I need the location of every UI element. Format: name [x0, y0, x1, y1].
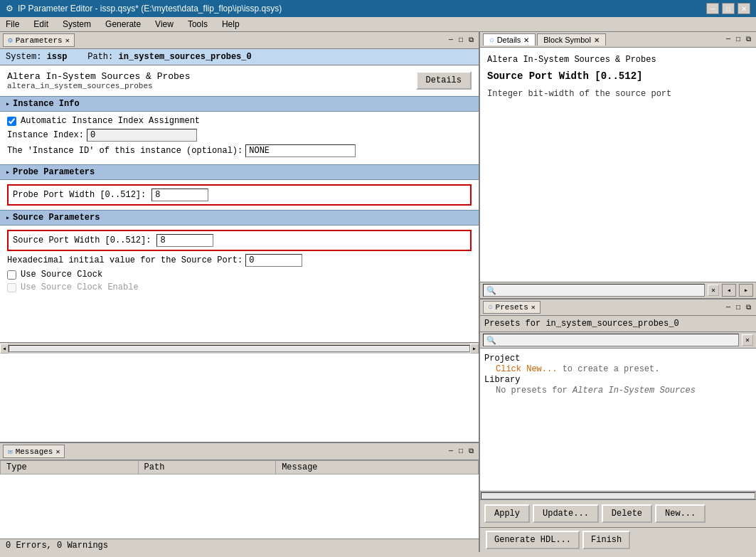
auto-index-row: Automatic Instance Index Assignment [7, 116, 472, 126]
details-subtitle: Source Port Width [0..512] [487, 70, 749, 82]
project-node: Project [484, 353, 752, 364]
source-width-input[interactable] [156, 234, 213, 247]
presets-for-label: Presets for in_system_sources_probes_0 [480, 316, 756, 332]
menu-generate[interactable]: Generate [102, 18, 144, 30]
menu-tools[interactable]: Tools [185, 18, 211, 30]
messages-table: Type Path Message [0, 460, 479, 474]
instance-index-row: Instance Index: [7, 129, 472, 142]
click-new-text: Click New... [496, 364, 557, 374]
instance-id-row: The 'Instance ID' of this instance (opti… [7, 144, 472, 157]
source-params-label: Source Parameters [13, 213, 100, 223]
close-button[interactable]: ✕ [738, 3, 750, 14]
restore-panel-button[interactable]: ⧉ [467, 36, 476, 44]
presets-tab[interactable]: ○ Presets ✕ [483, 301, 541, 314]
menu-help[interactable]: Help [219, 18, 243, 30]
probe-params-form: Probe Port Width [0..512]: [0, 180, 479, 210]
hex-input[interactable] [245, 254, 302, 267]
component-id: altera_in_system_sources_probes [7, 82, 416, 90]
details-search-input[interactable] [496, 285, 701, 295]
use-source-clock-enable-checkbox[interactable] [7, 283, 16, 292]
block-symbol-tab[interactable]: Block Symbol ✕ [537, 33, 606, 46]
status-bar: 0 Errors, 0 Warnings [0, 539, 479, 552]
minimize-button[interactable]: ─ [706, 3, 719, 14]
details-panel-maximize-btn[interactable]: □ [734, 36, 742, 43]
main-container: ⚙ Parameters ✕ ─ □ ⧉ System: issp Path: … [0, 32, 756, 552]
no-presets-prefix: No presets for [496, 386, 573, 396]
probe-params-arrow: ▸ [6, 168, 10, 176]
parameters-tab[interactable]: ⚙ Parameters ✕ [3, 33, 75, 47]
apply-button[interactable]: Apply [484, 504, 530, 523]
presets-minimize-btn[interactable]: ─ [724, 304, 733, 312]
source-params-section-header: ▸ Source Parameters [0, 210, 479, 226]
use-source-clock-checkbox[interactable] [7, 270, 16, 280]
messages-tab-label: Messages [16, 447, 53, 456]
finish-button[interactable]: Finish [582, 531, 630, 549]
details-panel: Altera In-System Sources & Probes Source… [480, 48, 756, 299]
source-params-form: Source Port Width [0..512]: Hexadecimal … [0, 226, 479, 299]
maximize-button[interactable]: □ [722, 3, 735, 14]
details-nav-prev-btn[interactable]: ◂ [722, 284, 736, 297]
presets-tab-group: ○ Presets ✕ [483, 301, 541, 314]
system-path-bar: System: issp Path: in_system_sources_pro… [0, 49, 479, 65]
presets-panel-controls: ─ □ ⧉ [724, 304, 753, 312]
params-horizontal-scrollbar[interactable]: ◂ ▸ [0, 342, 479, 354]
messages-panel-controls: ─ □ ⧉ [447, 447, 476, 455]
details-panel-minimize-btn[interactable]: ─ [724, 36, 733, 43]
probe-params-label: Probe Parameters [13, 167, 95, 177]
presets-for-text: Presets for in_system_sources_probes_0 [484, 319, 679, 329]
instance-index-input[interactable] [87, 129, 197, 142]
presets-search-clear-btn[interactable]: ✕ [742, 334, 753, 346]
menu-view[interactable]: View [152, 18, 176, 30]
system-value: issp [47, 52, 68, 62]
messages-minimize-btn[interactable]: ─ [447, 447, 455, 455]
minimize-panel-button[interactable]: ─ [447, 36, 455, 44]
details-tab-close[interactable]: ✕ [523, 36, 529, 44]
messages-tab[interactable]: ✉ Messages ✕ [3, 445, 65, 458]
details-search-clear-btn[interactable]: ✕ [708, 285, 719, 296]
no-presets-component: Altera In-System Sources [573, 386, 696, 396]
presets-maximize-btn[interactable]: □ [734, 304, 742, 312]
menu-file[interactable]: File [3, 18, 22, 30]
instance-id-input[interactable] [245, 144, 356, 157]
presets-scroll-track[interactable] [481, 492, 755, 499]
auto-index-checkbox[interactable] [7, 117, 16, 126]
project-label: Project [484, 354, 520, 364]
messages-restore-btn[interactable]: ⧉ [467, 447, 476, 455]
component-header: Altera In-System Sources & Probes altera… [0, 65, 479, 96]
details-button[interactable]: Details [416, 71, 472, 90]
presets-horizontal-scrollbar[interactable] [480, 491, 756, 499]
scroll-left-btn[interactable]: ◂ [0, 344, 9, 354]
click-new-suffix: to create a preset. [563, 364, 660, 374]
details-panel-restore-btn[interactable]: ⧉ [744, 36, 753, 43]
presets-search-input[interactable] [496, 335, 735, 345]
parameters-tab-close[interactable]: ✕ [65, 36, 70, 45]
probe-width-input[interactable] [151, 189, 208, 201]
scroll-right-btn[interactable]: ▸ [470, 344, 479, 354]
menu-edit[interactable]: Edit [31, 18, 51, 30]
path-value: in_system_sources_probes_0 [118, 52, 251, 62]
messages-panel-header: ✉ Messages ✕ ─ □ ⧉ [0, 443, 479, 460]
messages-maximize-btn[interactable]: □ [457, 447, 465, 455]
window-title: IP Parameter Editor - issp.qsys* (E:\myt… [18, 4, 282, 14]
title-bar-controls[interactable]: ─ □ ✕ [706, 3, 750, 14]
maximize-panel-button[interactable]: □ [457, 36, 465, 44]
messages-content: Type Path Message [0, 460, 479, 539]
details-nav-next-btn[interactable]: ▸ [739, 284, 753, 297]
instance-info-arrow: ▸ [6, 100, 10, 108]
delete-button[interactable]: Delete [602, 504, 652, 523]
use-source-clock-label: Use Source Clock [21, 270, 102, 280]
scroll-track[interactable] [9, 345, 470, 352]
new-button[interactable]: New... [655, 504, 706, 523]
presets-buttons: Apply Update... Delete New... [480, 499, 756, 527]
menu-system[interactable]: System [60, 18, 94, 30]
presets-restore-btn[interactable]: ⧉ [744, 304, 753, 312]
block-symbol-tab-close[interactable]: ✕ [594, 36, 600, 44]
messages-panel: ✉ Messages ✕ ─ □ ⧉ Type Path [0, 442, 479, 552]
generate-hdl-button[interactable]: Generate HDL... [486, 531, 580, 549]
details-search-icon: 🔍 [486, 286, 496, 295]
update-button[interactable]: Update... [533, 504, 599, 523]
details-icon: ○ [489, 36, 494, 44]
details-tab[interactable]: ○ Details ✕ [483, 33, 536, 46]
presets-tab-close[interactable]: ✕ [531, 303, 536, 312]
messages-tab-close[interactable]: ✕ [55, 447, 60, 456]
